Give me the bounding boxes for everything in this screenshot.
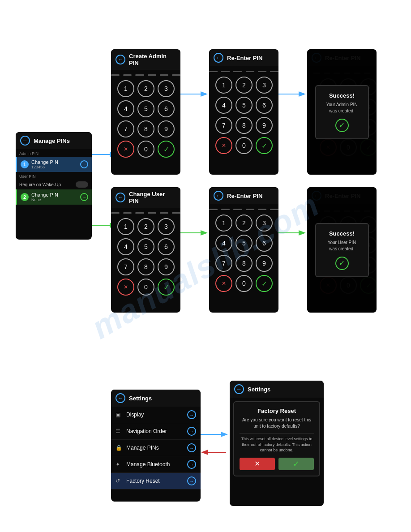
pins-arrow[interactable]: →: [187, 443, 196, 452]
key-9[interactable]: 9: [158, 120, 175, 137]
back-btn-reenter-user[interactable]: ←: [214, 191, 223, 201]
key-confirm[interactable]: ✓: [158, 141, 175, 158]
key-9[interactable]: 9: [158, 258, 175, 275]
change-user-pin-arrow[interactable]: →: [80, 193, 88, 201]
key-6[interactable]: 6: [158, 100, 175, 117]
factory-arrow[interactable]: →: [187, 476, 196, 485]
numpad-change-user: 1 2 3 4 5 6 7 8 9 ✕ 0 ✓: [111, 216, 180, 299]
key-cancel[interactable]: ✕: [117, 279, 134, 296]
key-4[interactable]: 4: [117, 238, 134, 255]
key-8[interactable]: 8: [235, 117, 253, 134]
key-3[interactable]: 3: [256, 77, 273, 94]
key-3[interactable]: 3: [158, 80, 175, 97]
change-user-pin-item[interactable]: 2 Change PIN None →: [16, 189, 92, 205]
back-button-create[interactable]: ←: [116, 55, 125, 64]
success-user-msg-text: Your User PIN was created.: [323, 240, 361, 252]
change-admin-pin-item[interactable]: 1 Change PIN 123456 →: [16, 157, 92, 172]
require-wake-toggle[interactable]: [76, 181, 88, 188]
factory-confirm-button[interactable]: ✓: [278, 458, 314, 470]
key-9[interactable]: 9: [256, 255, 273, 272]
settings-factory-item[interactable]: ↺ Factory Reset →: [111, 473, 201, 489]
settings-bt-item[interactable]: ✦ Manage Bluetooth →: [111, 456, 201, 473]
key-8[interactable]: 8: [235, 255, 253, 272]
key-0[interactable]: 0: [137, 141, 154, 158]
pin-dots-change-user: [111, 208, 180, 216]
pin-dots-reenter-user: [209, 204, 278, 213]
key-0[interactable]: 0: [235, 137, 253, 154]
settings-title: Settings: [129, 395, 152, 402]
back-btn-settings[interactable]: ←: [116, 393, 125, 403]
settings-header: ← Settings: [111, 390, 201, 407]
reenter-admin-pin-screen: ← Re-Enter PIN 1 2 3 4 5 6 7 8 9 ✕ 0 ✓: [209, 49, 278, 175]
key-9[interactable]: 9: [256, 117, 273, 134]
change-pin-label: Change PIN: [31, 159, 80, 165]
settings-display-item[interactable]: ▣ Display →: [111, 407, 201, 423]
key-2[interactable]: 2: [235, 215, 253, 232]
key-6[interactable]: 6: [256, 235, 273, 252]
key-7[interactable]: 7: [117, 258, 134, 275]
success-admin-msg-title: Success!: [323, 92, 361, 99]
back-btn-change-user[interactable]: ←: [116, 193, 125, 202]
key-5[interactable]: 5: [137, 238, 154, 255]
settings-nav-item[interactable]: ☰ Navigation Order →: [111, 423, 201, 440]
factory-cancel-button[interactable]: ✕: [240, 458, 275, 470]
key-2[interactable]: 2: [235, 77, 253, 94]
key-5[interactable]: 5: [235, 235, 253, 252]
key-0[interactable]: 0: [137, 279, 154, 296]
key-7[interactable]: 7: [215, 255, 232, 272]
key-confirm[interactable]: ✓: [256, 275, 273, 292]
reenter-admin-header: ← Re-Enter PIN: [209, 49, 278, 66]
screen-title: Manage PINs: [34, 137, 70, 144]
key-3[interactable]: 3: [256, 215, 273, 232]
factory-icon: ↺: [116, 478, 123, 484]
key-1[interactable]: 1: [215, 77, 232, 94]
create-admin-header: ← Create Admin PIN: [111, 49, 180, 70]
bt-icon: ✦: [116, 461, 123, 468]
display-arrow[interactable]: →: [187, 410, 196, 419]
settings-pins-item[interactable]: 🔒 Manage PINs →: [111, 440, 201, 456]
back-button-reenter-admin[interactable]: ←: [214, 53, 223, 63]
key-1[interactable]: 1: [117, 218, 134, 235]
success-admin-msg-text: Your Admin PIN was created.: [323, 102, 361, 114]
key-confirm[interactable]: ✓: [256, 137, 273, 154]
key-4[interactable]: 4: [215, 235, 232, 252]
key-6[interactable]: 6: [158, 238, 175, 255]
key-5[interactable]: 5: [235, 97, 253, 114]
back-btn-factory[interactable]: ←: [234, 384, 244, 394]
key-8[interactable]: 8: [137, 258, 154, 275]
success-admin-check[interactable]: ✓: [335, 119, 349, 132]
bt-arrow[interactable]: →: [187, 460, 196, 469]
nav-arrow[interactable]: →: [187, 427, 196, 436]
key-4[interactable]: 4: [215, 97, 232, 114]
key-6[interactable]: 6: [256, 97, 273, 114]
key-7[interactable]: 7: [117, 120, 134, 137]
key-confirm[interactable]: ✓: [158, 279, 175, 296]
key-cancel[interactable]: ✕: [215, 275, 232, 292]
factory-divider: [240, 433, 314, 433]
key-2[interactable]: 2: [137, 80, 154, 97]
key-1[interactable]: 1: [215, 215, 232, 232]
factory-action-buttons: ✕ ✓: [240, 458, 314, 470]
success-user-box: Success! Your User PIN was created. ✓: [315, 223, 369, 277]
display-label: Display: [126, 412, 187, 418]
numpad-create: 1 2 3 4 5 6 7 8 9 ✕ 0 ✓: [111, 78, 180, 161]
admin-pin-value: 123456: [31, 165, 80, 169]
key-0[interactable]: 0: [235, 275, 253, 292]
key-4[interactable]: 4: [117, 100, 134, 117]
key-7[interactable]: 7: [215, 117, 232, 134]
arrow-factory-to-settings: [201, 448, 230, 457]
factory-dialog-text1: Are you sure you want to reset this unit…: [240, 417, 314, 429]
key-1[interactable]: 1: [117, 80, 134, 97]
success-user-check[interactable]: ✓: [335, 257, 349, 270]
key-5[interactable]: 5: [137, 100, 154, 117]
key-2[interactable]: 2: [137, 218, 154, 235]
key-8[interactable]: 8: [137, 120, 154, 137]
manage-pins-header: ← Manage PINs: [16, 132, 92, 149]
key-3[interactable]: 3: [158, 218, 175, 235]
key-cancel[interactable]: ✕: [117, 141, 134, 158]
back-button[interactable]: ←: [20, 136, 30, 146]
change-admin-pin-arrow[interactable]: →: [80, 160, 88, 168]
key-cancel[interactable]: ✕: [215, 137, 232, 154]
require-wake-label: Require on Wake-Up: [19, 182, 76, 187]
reenter-user-title: Re-Enter PIN: [227, 193, 262, 199]
